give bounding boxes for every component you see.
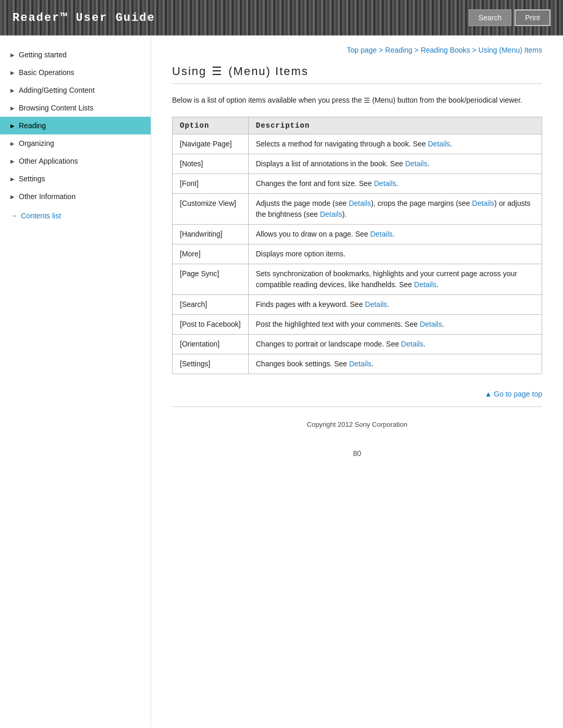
- chevron-right-icon: ▶: [10, 70, 15, 76]
- search-button[interactable]: Search: [469, 9, 511, 26]
- options-table: Option Description [Navigate Page] Selec…: [172, 117, 542, 374]
- table-row: [Page Sync] Sets synchronization of book…: [173, 264, 542, 294]
- desc-search: Finds pages with a keyword. See Details.: [248, 294, 542, 314]
- table-row: [Handwriting] Allows you to draw on a pa…: [173, 224, 542, 244]
- sidebar-item-other-information[interactable]: ▶ Other Information: [0, 188, 151, 205]
- sidebar-item-organizing[interactable]: ▶ Organizing: [0, 134, 151, 152]
- sidebar-item-other-applications[interactable]: ▶ Other Applications: [0, 152, 151, 170]
- table-row: [Settings] Changes book settings. See De…: [173, 354, 542, 374]
- option-handwriting: [Handwriting]: [173, 224, 249, 244]
- table-row: [Notes] Displays a list of annotations i…: [173, 154, 542, 174]
- desc-navigate-page: Selects a method for navigating through …: [248, 134, 542, 154]
- menu-icon-inline: ☰: [364, 96, 370, 104]
- table-row: [Navigate Page] Selects a method for nav…: [173, 134, 542, 154]
- site-title: Reader™ User Guide: [13, 11, 155, 24]
- chevron-right-icon: ▶: [10, 52, 15, 58]
- desc-post-facebook: Post the highlighted text with your comm…: [248, 314, 542, 334]
- page-description: Below is a list of option items availabl…: [172, 94, 542, 106]
- title-prefix: Using: [172, 65, 206, 78]
- table-row: [More] Displays more option items.: [173, 244, 542, 264]
- chevron-right-icon: ▶: [10, 194, 15, 200]
- option-post-facebook: [Post to Facebook]: [173, 314, 249, 334]
- details-link[interactable]: Details: [401, 340, 423, 348]
- sidebar-item-getting-started[interactable]: ▶ Getting started: [0, 46, 151, 64]
- sidebar-item-label: Getting started: [19, 51, 67, 59]
- table-header-option: Option: [173, 117, 249, 134]
- option-settings: [Settings]: [173, 354, 249, 374]
- chevron-right-icon: ▶: [10, 88, 15, 93]
- desc-orientation: Changes to portrait or landscape mode. S…: [248, 334, 542, 354]
- go-to-top-link[interactable]: ▲ Go to page top: [485, 390, 542, 398]
- details-link[interactable]: Details: [349, 360, 372, 368]
- details-link[interactable]: Details: [405, 159, 427, 168]
- sidebar-item-basic-operations[interactable]: ▶ Basic Operations: [0, 64, 151, 81]
- details-link[interactable]: Details: [420, 320, 442, 328]
- sidebar-item-adding-getting-content[interactable]: ▶ Adding/Getting Content: [0, 81, 151, 99]
- header: Reader™ User Guide Search Print: [0, 0, 563, 35]
- content-area: Top page > Reading > Reading Books > Usi…: [151, 35, 563, 727]
- desc-notes: Displays a list of annotations in the bo…: [248, 154, 542, 174]
- option-more: [More]: [173, 244, 249, 264]
- desc-handwriting: Allows you to draw on a page. See Detail…: [248, 224, 542, 244]
- desc-font: Changes the font and font size. See Deta…: [248, 174, 542, 193]
- breadcrumb-top[interactable]: Top page: [347, 46, 377, 54]
- desc-more: Displays more option items.: [248, 244, 542, 264]
- option-notes: [Notes]: [173, 154, 249, 174]
- option-font: [Font]: [173, 174, 249, 193]
- option-orientation: [Orientation]: [173, 334, 249, 354]
- table-row: [Orientation] Changes to portrait or lan…: [173, 334, 542, 354]
- page-title: Using ☰ (Menu) Items: [172, 65, 542, 84]
- chevron-right-icon: ▶: [10, 141, 15, 146]
- sidebar-item-label: Settings: [19, 175, 45, 183]
- copyright-text: Copyright 2012 Sony Corporation: [307, 421, 408, 428]
- sidebar-item-settings[interactable]: ▶ Settings: [0, 170, 151, 188]
- details-link[interactable]: Details: [349, 199, 371, 207]
- details-link[interactable]: Details: [370, 230, 393, 238]
- table-header-description: Description: [248, 117, 542, 134]
- page-number: 80: [172, 449, 542, 458]
- details-link[interactable]: Details: [414, 280, 436, 289]
- sidebar-item-browsing-content-lists[interactable]: ▶ Browsing Content Lists: [0, 99, 151, 117]
- sidebar-item-label: Other Applications: [19, 157, 78, 165]
- option-navigate-page: [Navigate Page]: [173, 134, 249, 154]
- sidebar-item-reading[interactable]: ▶ Reading: [0, 117, 151, 134]
- details-link[interactable]: Details: [428, 140, 450, 148]
- table-row: [Search] Finds pages with a keyword. See…: [173, 294, 542, 314]
- arrow-right-icon: →: [10, 212, 18, 220]
- go-to-top[interactable]: ▲ Go to page top: [172, 390, 542, 407]
- chevron-right-icon: ▶: [10, 176, 15, 182]
- contents-list-link[interactable]: → Contents list: [0, 205, 151, 220]
- chevron-right-icon: ▶: [10, 123, 15, 129]
- option-search: [Search]: [173, 294, 249, 314]
- breadcrumb-reading[interactable]: Reading: [385, 46, 412, 54]
- desc-settings: Changes book settings. See Details.: [248, 354, 542, 374]
- print-button[interactable]: Print: [515, 9, 550, 26]
- table-row: [Customize View] Adjusts the page mode (…: [173, 193, 542, 224]
- option-customize-view: [Customize View]: [173, 193, 249, 224]
- main-layout: ▶ Getting started ▶ Basic Operations ▶ A…: [0, 35, 563, 727]
- header-buttons: Search Print: [469, 9, 550, 26]
- sidebar-item-label: Browsing Content Lists: [19, 104, 93, 112]
- footer: Copyright 2012 Sony Corporation: [172, 415, 542, 444]
- desc-customize-view: Adjusts the page mode (see Details), cro…: [248, 193, 542, 224]
- details-link[interactable]: Details: [472, 199, 495, 207]
- sidebar-item-label: Other Information: [19, 192, 76, 201]
- sidebar-item-label: Basic Operations: [19, 68, 75, 77]
- sidebar-item-label: Adding/Getting Content: [19, 86, 95, 94]
- table-row: [Font] Changes the font and font size. S…: [173, 174, 542, 193]
- table-row: [Post to Facebook] Post the highlighted …: [173, 314, 542, 334]
- option-page-sync: [Page Sync]: [173, 264, 249, 294]
- details-link[interactable]: Details: [365, 300, 387, 309]
- sidebar: ▶ Getting started ▶ Basic Operations ▶ A…: [0, 35, 151, 727]
- sidebar-item-label: Organizing: [19, 139, 54, 147]
- details-link[interactable]: Details: [374, 179, 396, 188]
- title-suffix: (Menu) Items: [228, 65, 309, 78]
- contents-link-label: Contents list: [21, 212, 61, 220]
- breadcrumb-reading-books[interactable]: Reading Books: [421, 46, 470, 54]
- details-link[interactable]: Details: [320, 210, 342, 218]
- chevron-right-icon: ▶: [10, 158, 15, 164]
- sidebar-item-label: Reading: [19, 121, 46, 130]
- desc-page-sync: Sets synchronization of bookmarks, highl…: [248, 264, 542, 294]
- breadcrumb-using-menu-items[interactable]: Using (Menu) Items: [479, 46, 542, 54]
- breadcrumb: Top page > Reading > Reading Books > Usi…: [172, 46, 542, 54]
